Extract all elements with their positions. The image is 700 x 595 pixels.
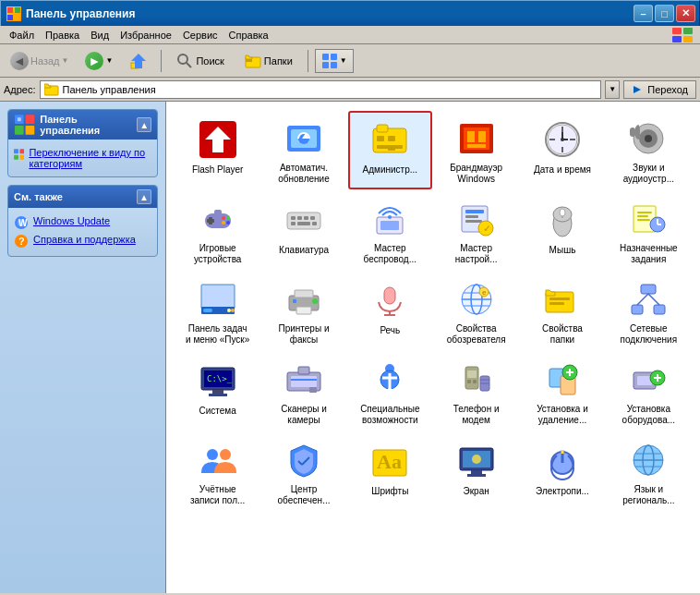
- menu-file[interactable]: Файл: [4, 28, 40, 42]
- svg-rect-96: [637, 212, 652, 213]
- svg-line-130: [648, 294, 659, 305]
- icon-fonts[interactable]: Aa Шрифты: [348, 432, 432, 511]
- folders-button[interactable]: Папки: [236, 49, 301, 73]
- forward-button[interactable]: ► ▼: [78, 49, 119, 73]
- icon-phone-modem[interactable]: Телефон и модем: [434, 352, 518, 431]
- icon-accessibility[interactable]: Специальные возможности: [348, 352, 432, 431]
- icon-datetime[interactable]: Дата и время: [520, 111, 604, 189]
- icon-auto-update[interactable]: Автоматич. обновление: [261, 111, 345, 189]
- svg-rect-74: [287, 212, 320, 229]
- icon-system[interactable]: C:\>_ Система: [175, 352, 259, 431]
- users-label: Учётные записи пол...: [186, 484, 250, 506]
- close-button[interactable]: ✕: [676, 5, 695, 22]
- sidebar-collapse-btn-2[interactable]: ▲: [137, 189, 151, 204]
- svg-rect-149: [467, 370, 477, 378]
- view-button[interactable]: ▼: [315, 49, 354, 73]
- up-button[interactable]: [123, 49, 154, 73]
- icon-display[interactable]: Экран: [434, 432, 518, 511]
- svg-rect-150: [467, 380, 471, 383]
- svg-rect-97: [637, 215, 648, 217]
- menu-favorites[interactable]: Избранное: [115, 28, 177, 42]
- display-label: Экран: [464, 486, 489, 497]
- sidebar-link-windows-update[interactable]: W Windows Update: [14, 213, 151, 232]
- icon-scanners[interactable]: Сканеры и камеры: [261, 352, 345, 431]
- icon-gamedev[interactable]: Игровые устройства: [175, 191, 259, 270]
- svg-point-111: [312, 298, 318, 304]
- icon-flash-player[interactable]: Flash Player: [175, 111, 259, 189]
- svg-rect-137: [291, 376, 317, 387]
- icon-keyboard[interactable]: Клавиатура: [261, 191, 345, 270]
- admin-label: Администр...: [363, 164, 418, 176]
- sidebar-section1-title: Панель управления: [40, 114, 137, 136]
- svg-rect-109: [296, 307, 311, 314]
- icon-wizard-setup[interactable]: ✓ Мастер настрой...: [434, 191, 518, 270]
- svg-rect-30: [19, 155, 24, 160]
- icon-network[interactable]: Сетевые подключения: [607, 272, 691, 350]
- sounds-img: [627, 118, 670, 159]
- icon-folder-options[interactable]: Свойства папки: [520, 272, 604, 350]
- svg-text:?: ?: [18, 236, 25, 247]
- minimize-button[interactable]: –: [634, 5, 653, 22]
- address-dropdown[interactable]: ▼: [605, 80, 620, 99]
- svg-rect-124: [549, 298, 570, 300]
- sidebar-link-help[interactable]: ? Справка и поддержка: [14, 232, 151, 250]
- icon-firewall[interactable]: Брандмауэр Windows: [434, 111, 518, 189]
- search-button[interactable]: Поиск: [168, 49, 232, 73]
- icon-speech[interactable]: Речь: [348, 272, 432, 350]
- svg-rect-112: [384, 287, 395, 304]
- menu-view[interactable]: Вид: [85, 28, 115, 42]
- icon-taskbar[interactable]: Панель задач и меню «Пуск»: [175, 272, 259, 350]
- svg-rect-86: [465, 210, 484, 213]
- sidebar-collapse-btn-1[interactable]: ▲: [137, 117, 151, 132]
- icon-add-hw[interactable]: Установка оборудова...: [607, 352, 691, 431]
- icon-admin[interactable]: Администр...: [348, 111, 432, 189]
- svg-text:W: W: [18, 218, 28, 228]
- menu-help[interactable]: Справка: [223, 28, 274, 42]
- svg-text:Aa: Aa: [377, 450, 402, 473]
- sidebar-link-category-view[interactable]: Переключение к виду по категориям: [14, 145, 151, 171]
- icon-mouse[interactable]: Мышь: [520, 191, 604, 270]
- wizard-wireless-img: [368, 199, 411, 239]
- svg-marker-123: [546, 290, 555, 296]
- svg-point-71: [222, 221, 225, 225]
- svg-rect-47: [388, 145, 395, 151]
- icon-language[interactable]: Язык и региональ...: [607, 432, 691, 511]
- svg-marker-14: [246, 55, 252, 59]
- system-img: C:\>_: [197, 359, 239, 402]
- menu-edit[interactable]: Правка: [40, 28, 85, 42]
- icon-wizard-wireless[interactable]: Мастер беспровод...: [348, 191, 432, 270]
- maximize-button[interactable]: □: [655, 5, 674, 22]
- icon-users[interactable]: Учётные записи пол...: [175, 432, 259, 511]
- svg-rect-98: [637, 219, 650, 221]
- svg-point-70: [226, 216, 230, 220]
- category-view-icon: [14, 147, 24, 162]
- svg-rect-140: [309, 387, 317, 393]
- back-button[interactable]: ◄ Назад ▼: [4, 49, 75, 73]
- gamedev-label: Игровые устройства: [186, 243, 250, 265]
- icon-printers[interactable]: Принтеры и факсы: [261, 272, 345, 350]
- sidebar-section-main-header: Панель управления ▲: [8, 110, 157, 140]
- svg-point-72: [226, 221, 230, 225]
- icon-sounds[interactable]: Звуки и аудиоустр...: [607, 111, 691, 189]
- add-hw-img: [627, 359, 670, 400]
- svg-rect-77: [304, 216, 308, 220]
- icon-tasks[interactable]: Назначенные задания: [607, 191, 691, 270]
- icon-security-center[interactable]: Центр обеспечен...: [261, 432, 345, 511]
- svg-rect-28: [19, 149, 24, 153]
- icon-power[interactable]: Электропи...: [520, 432, 604, 511]
- svg-point-64: [645, 135, 652, 142]
- address-field[interactable]: Панель управления: [40, 80, 602, 99]
- toolbar-separator-1: [161, 50, 162, 72]
- icon-ie-options[interactable]: e Свойства обозревателя: [434, 272, 518, 350]
- go-button[interactable]: Переход: [623, 80, 696, 99]
- ie-options-img: e: [455, 279, 498, 320]
- svg-point-106: [231, 309, 235, 312]
- svg-rect-0: [7, 7, 13, 13]
- svg-text:e: e: [482, 288, 487, 297]
- svg-rect-80: [297, 222, 310, 225]
- keyboard-img: [283, 199, 325, 241]
- menu-service[interactable]: Сервис: [177, 28, 223, 42]
- security-center-label: Центр обеспечен...: [272, 484, 336, 506]
- title-bar-buttons: – □ ✕: [634, 5, 695, 22]
- icon-add-remove[interactable]: Установка и удаление...: [520, 352, 604, 431]
